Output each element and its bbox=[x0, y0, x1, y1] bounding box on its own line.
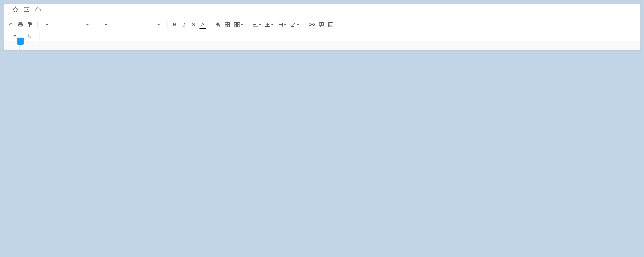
column-headers bbox=[4, 41, 640, 50]
fill-handle[interactable] bbox=[4, 50, 6, 51]
formula-bar: fx bbox=[4, 31, 640, 41]
separator bbox=[142, 21, 142, 28]
svg-point-5 bbox=[219, 25, 220, 27]
bold-button[interactable]: B bbox=[171, 20, 179, 29]
watermark-logo-icon bbox=[17, 38, 24, 45]
comment-icon[interactable] bbox=[318, 20, 325, 29]
selection-border bbox=[4, 50, 5, 51]
toolbar: ← → B I S A bbox=[4, 18, 640, 31]
text-color-button[interactable]: A bbox=[199, 20, 207, 29]
menubar bbox=[4, 14, 640, 18]
cloud-icon[interactable] bbox=[34, 7, 41, 12]
svg-rect-4 bbox=[28, 22, 31, 24]
zoom-select[interactable] bbox=[41, 24, 51, 25]
star-icon[interactable] bbox=[12, 6, 18, 12]
separator bbox=[248, 21, 248, 28]
app-window: ← → B I S A fx bbox=[3, 3, 641, 51]
v-align-icon[interactable] bbox=[264, 20, 275, 29]
title-row bbox=[4, 4, 640, 14]
font-select[interactable] bbox=[97, 24, 139, 25]
svg-rect-1 bbox=[19, 22, 22, 24]
decrease-decimal[interactable]: ← bbox=[68, 22, 74, 27]
svg-rect-0 bbox=[24, 7, 29, 12]
name-box[interactable] bbox=[4, 35, 20, 37]
strikethrough-button[interactable]: S bbox=[190, 20, 197, 29]
separator bbox=[167, 21, 167, 28]
separator bbox=[94, 21, 94, 28]
fill-color-icon[interactable] bbox=[214, 20, 222, 29]
watermark bbox=[17, 38, 26, 45]
italic-button[interactable]: I bbox=[180, 20, 188, 29]
move-icon[interactable] bbox=[23, 7, 30, 12]
separator bbox=[37, 21, 38, 28]
chart-icon[interactable] bbox=[327, 20, 335, 29]
link-icon[interactable] bbox=[308, 20, 316, 29]
h-align-icon[interactable] bbox=[252, 20, 262, 29]
separator bbox=[210, 21, 210, 28]
wrap-icon[interactable] bbox=[276, 20, 288, 29]
merge-cells-icon[interactable] bbox=[233, 20, 245, 29]
paint-format-icon[interactable] bbox=[26, 20, 34, 29]
font-size-select[interactable] bbox=[146, 24, 164, 25]
separator bbox=[54, 21, 54, 28]
spreadsheet-grid bbox=[4, 41, 640, 50]
borders-icon[interactable] bbox=[223, 20, 231, 29]
rotate-icon[interactable] bbox=[289, 20, 301, 29]
svg-rect-3 bbox=[19, 25, 22, 27]
separator bbox=[304, 21, 304, 28]
number-format-select[interactable] bbox=[84, 24, 91, 25]
print-icon[interactable] bbox=[16, 20, 25, 29]
increase-decimal[interactable]: → bbox=[76, 22, 82, 27]
undo-icon[interactable] bbox=[6, 20, 15, 29]
